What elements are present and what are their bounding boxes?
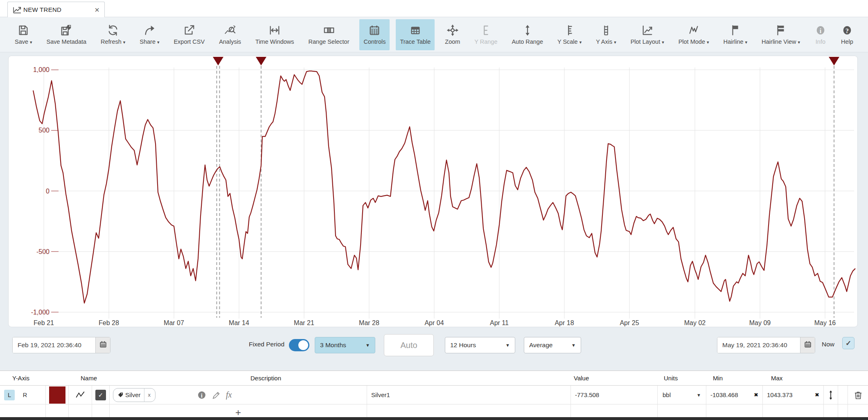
hairline-markers[interactable] [213,57,839,65]
svg-text:Feb 28: Feb 28 [99,319,119,326]
fx-icon[interactable]: fx [226,390,232,400]
chart-panel: 1,0005000-500-1,000Feb 21Feb 28Mar 07Mar… [8,56,858,327]
toolbar-button-label: Range Selector [309,38,349,45]
chevron-down-icon: ▾ [579,40,582,45]
updown-arrow-icon[interactable] [825,390,836,400]
hairlines[interactable] [217,66,834,318]
toolbar-button-y-axis[interactable]: Y Axis▾ [592,19,620,50]
screen-edge-strip [0,417,868,420]
now-label: Now [822,341,834,348]
svg-text:Mar 28: Mar 28 [359,319,379,326]
chevron-down-icon: ▾ [614,40,616,45]
toolbar-button-help[interactable]: ?Help [837,19,857,50]
end-date-calendar-button[interactable] [800,337,815,353]
dropdown-arrow-icon: ▼ [505,343,510,348]
col-header-yaxis: Y-Axis [12,375,29,382]
chevron-down-icon: ▾ [798,40,800,45]
toolbar-button-time-windows[interactable]: Time Windows [251,19,298,50]
min-field[interactable]: -1038.468 ✖ [706,391,762,398]
refresh-icon [107,24,119,36]
tag-chip-silver[interactable]: Silver x [113,388,156,402]
clear-min-icon[interactable]: ✖ [754,392,758,398]
toolbar-button-label: Plot Mode▾ [679,38,709,45]
share-arrow-icon [143,24,156,36]
floppy-tag-icon [60,24,72,36]
axis-left-button[interactable]: L [4,390,15,400]
toolbar-button-export-csv[interactable]: Export CSV [169,19,209,50]
add-trace-button[interactable]: + [110,407,367,418]
calendar-grid-icon [368,24,381,36]
toolbar-button-y-range: Y Range [470,19,501,50]
svg-text:May 16: May 16 [814,319,836,326]
aggregate-select[interactable]: Average ▼ [524,337,581,353]
toolbar-button-save-metadata[interactable]: Save Metadata [43,19,91,50]
toolbar-button-analysis[interactable]: Analysis [215,19,245,50]
trace-style-icon[interactable] [75,390,86,400]
toolbar-button-label: Help [841,38,853,45]
toolbar-button-range-selector[interactable]: Range Selector [304,19,354,50]
auto-button[interactable]: Auto [384,334,434,356]
dropdown-arrow-icon: ▼ [697,393,701,398]
toolbar-button-label: Hairline View▾ [762,38,800,45]
max-value: 1043.373 [767,391,793,398]
calendar-icon [804,340,812,350]
now-checkbox[interactable]: ✓ [842,337,854,349]
toolbar-button-label: Info [816,38,825,45]
toolbar-button-auto-range[interactable]: Auto Range [507,19,547,50]
toolbar-button-y-scale[interactable]: Y Scale▾ [553,19,586,50]
toggle-knob [298,339,309,351]
toolbar-button-label: Hairline▾ [723,38,747,45]
toolbar-button-controls[interactable]: Controls [359,19,390,50]
tag-remove-icon[interactable]: x [144,392,155,398]
trend-chart[interactable]: 1,0005000-500-1,000Feb 21Feb 28Mar 07Mar… [9,56,857,327]
y-range-icon [480,24,492,36]
toolbar-button-hairline-view[interactable]: Hairline View▾ [758,19,804,50]
svg-text:Feb 21: Feb 21 [34,319,54,326]
svg-text:i: i [820,27,822,34]
axis-right-button[interactable]: R [20,390,30,400]
trace-silver1 [33,71,855,303]
auto-range-icon [521,24,534,36]
toolbar: Save▾Save MetadataRefresh▾Share▾Export C… [0,17,868,52]
trace-table: Y-Axis Name Description Value Units Min … [0,371,868,420]
y-axis-icon [600,24,612,36]
toolbar-button-plot-mode[interactable]: Plot Mode▾ [674,19,713,50]
end-date-input[interactable] [717,337,800,353]
chevron-down-icon: ▾ [662,40,664,45]
clear-max-icon[interactable]: ✖ [815,392,819,398]
hairline-view-icon [775,24,787,36]
close-icon[interactable]: × [95,6,99,14]
toolbar-button-share[interactable]: Share▾ [135,19,163,50]
max-field[interactable]: 1043.373 ✖ [763,391,823,398]
toolbar-button-plot-layout[interactable]: Plot Layout▾ [627,19,668,50]
toolbar-button-label: Trace Table [400,38,431,45]
toolbar-button-info: iInfo [810,19,831,50]
start-date-calendar-button[interactable] [95,337,110,353]
col-header-value: Value [574,375,589,382]
fixed-period-toggle[interactable] [289,339,309,351]
units-select[interactable]: bbl ▼ [658,391,706,398]
toolbar-button-hairline[interactable]: Hairline▾ [719,19,751,50]
col-header-min: Min [713,375,723,382]
tab-bar: NEW TREND × [0,0,868,17]
toolbar-button-label: Zoom [445,38,460,45]
tag-label: Silver [125,391,141,398]
hairline-flag-icon [729,24,742,36]
info-circle-icon[interactable]: i [196,390,207,400]
toolbar-button-label: Share▾ [140,38,159,45]
trash-icon[interactable] [853,390,863,400]
toolbar-button-save[interactable]: Save▾ [11,19,36,50]
start-date-input[interactable] [13,337,95,353]
tab-new-trend[interactable]: NEW TREND × [7,2,105,17]
interval-select-value: 12 Hours [450,341,476,349]
interval-select[interactable]: 12 Hours ▼ [445,337,515,353]
toolbar-button-trace-table[interactable]: Trace Table [396,19,435,50]
time-controls-bar: Fixed Period 3 Months ▼ Auto 12 Hours ▼ … [0,327,868,371]
trace-color-swatch[interactable] [49,386,65,404]
toolbar-button-refresh[interactable]: Refresh▾ [97,19,129,50]
period-select[interactable]: 3 Months ▼ [315,337,375,353]
toolbar-button-zoom[interactable]: Zoom [441,19,464,50]
pencil-icon[interactable] [211,390,222,400]
svg-text:Mar 07: Mar 07 [164,319,184,326]
trace-visible-checkbox[interactable]: ✓ [95,390,106,400]
